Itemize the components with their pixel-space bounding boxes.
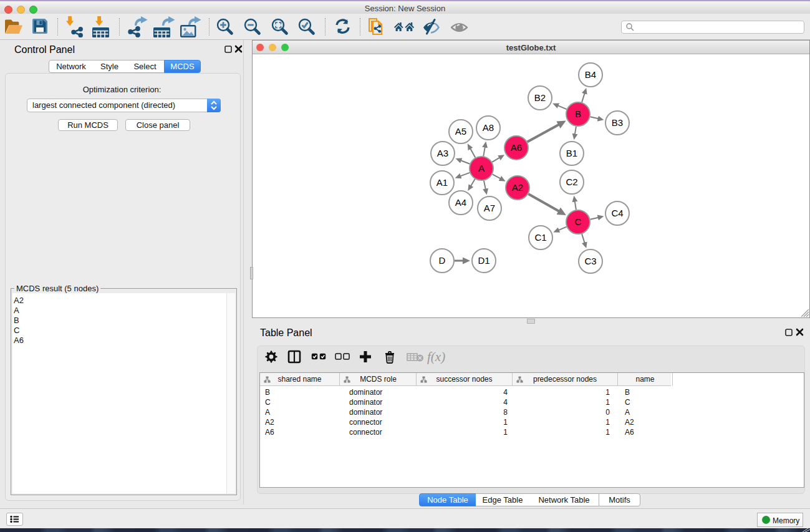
svg-text:C1: C1 — [534, 232, 546, 243]
svg-text:A8: A8 — [483, 122, 494, 133]
svg-text:B3: B3 — [612, 117, 623, 128]
svg-text:A4: A4 — [455, 197, 466, 208]
svg-text:B2: B2 — [534, 92, 546, 103]
svg-text:B4: B4 — [585, 69, 596, 80]
svg-text:A3: A3 — [437, 148, 448, 158]
svg-text:D1: D1 — [478, 255, 489, 266]
svg-text:A6: A6 — [511, 142, 522, 153]
svg-text:C4: C4 — [611, 208, 623, 218]
svg-text:C2: C2 — [566, 177, 577, 187]
svg-text:B1: B1 — [566, 148, 577, 158]
svg-text:C3: C3 — [584, 256, 596, 266]
svg-text:A7: A7 — [484, 203, 495, 213]
svg-text:A: A — [478, 163, 485, 173]
svg-text:B: B — [575, 109, 581, 119]
svg-text:C: C — [575, 216, 582, 227]
svg-text:D: D — [439, 255, 446, 266]
svg-text:A5: A5 — [455, 126, 466, 137]
svg-text:A1: A1 — [436, 177, 448, 188]
svg-text:A2: A2 — [512, 182, 523, 193]
